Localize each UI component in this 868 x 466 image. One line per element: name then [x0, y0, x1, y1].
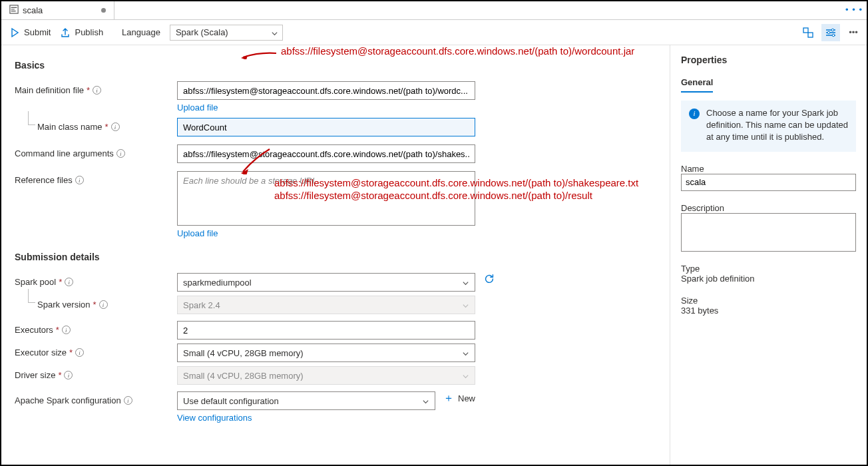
- main-class-name-label: Main class name * i: [15, 118, 177, 132]
- info-icon[interactable]: i: [116, 149, 125, 158]
- tab-label: scala: [23, 5, 43, 15]
- executors-label: Executors * i: [15, 321, 177, 335]
- new-config-button[interactable]: ＋New: [443, 391, 475, 405]
- refresh-button[interactable]: [483, 273, 495, 287]
- chevron-down-icon: [422, 397, 429, 407]
- annotation-1: abfss://filesystem@storageaccount.dfs.co…: [281, 45, 634, 57]
- spark-job-icon: [9, 5, 19, 16]
- info-box: i Choose a name for your Spark job defin…: [681, 101, 856, 152]
- view-configurations-link[interactable]: View configurations: [177, 413, 252, 423]
- name-input[interactable]: [681, 174, 856, 191]
- section-basics: Basics: [15, 60, 656, 71]
- executor-size-select[interactable]: Small (4 vCPU, 28GB memory): [177, 344, 475, 362]
- cli-arguments-input[interactable]: [177, 144, 475, 163]
- size-label: Size: [681, 296, 856, 306]
- properties-toggle-button[interactable]: [821, 24, 840, 41]
- language-label: Language: [122, 27, 160, 37]
- driver-size-label: Driver size * i: [15, 366, 177, 380]
- spark-config-select[interactable]: Use default configuration: [177, 391, 435, 410]
- toolbar: Submit Publish Language Spark (Scala) ••…: [1, 20, 867, 45]
- main-definition-file-label: Main definition file * i: [15, 81, 177, 95]
- reference-files-input[interactable]: Each line should be a storage URI.: [177, 171, 475, 226]
- info-icon[interactable]: i: [65, 278, 73, 286]
- reference-files-label: Reference files i: [15, 171, 177, 185]
- type-value: Spark job definition: [681, 274, 856, 284]
- spark-version-select: Spark 2.4: [177, 296, 475, 314]
- svg-rect-2: [808, 33, 813, 37]
- upload-file-link-2[interactable]: Upload file: [177, 228, 218, 238]
- info-icon[interactable]: i: [93, 86, 101, 95]
- more-icon[interactable]: • • •: [845, 5, 863, 15]
- properties-pane: Properties General i Choose a name for y…: [670, 45, 867, 465]
- description-input[interactable]: [681, 213, 856, 252]
- chevron-down-icon: [271, 29, 278, 39]
- upload-file-link[interactable]: Upload file: [177, 103, 218, 113]
- info-icon[interactable]: i: [75, 176, 84, 184]
- properties-title: Properties: [681, 55, 856, 65]
- settings-icon: [825, 27, 837, 39]
- executor-size-label: Executor size * i: [15, 344, 177, 357]
- info-icon[interactable]: i: [64, 371, 73, 379]
- info-icon[interactable]: i: [62, 326, 71, 334]
- main-class-name-input[interactable]: [177, 118, 475, 136]
- size-value: 331 bytes: [681, 306, 856, 316]
- more-actions-button[interactable]: •••: [844, 24, 863, 41]
- svg-rect-1: [803, 28, 808, 33]
- name-label: Name: [681, 164, 856, 174]
- tab-general[interactable]: General: [681, 73, 713, 93]
- svg-point-5: [832, 34, 835, 37]
- spark-pool-label: Spark pool * i: [15, 273, 177, 287]
- unsaved-dot-icon: [101, 8, 106, 13]
- chevron-down-icon: [462, 279, 469, 289]
- section-submission: Submission details: [15, 252, 656, 262]
- svg-point-4: [827, 31, 830, 34]
- main-definition-file-input[interactable]: [177, 81, 475, 100]
- plus-icon: ＋: [443, 391, 454, 405]
- driver-size-select: Small (4 vCPU, 28GB memory): [177, 366, 475, 385]
- info-icon[interactable]: i: [124, 396, 132, 405]
- executors-input[interactable]: [177, 321, 475, 340]
- publish-icon: [60, 27, 71, 38]
- publish-button[interactable]: Publish: [60, 27, 103, 38]
- info-icon[interactable]: i: [99, 300, 108, 309]
- chevron-down-icon: [462, 372, 469, 382]
- info-icon[interactable]: i: [75, 348, 84, 357]
- spark-pool-select[interactable]: sparkmediumpool: [177, 273, 475, 292]
- chevron-down-icon: [462, 350, 469, 359]
- tab-bar: scala • • •: [1, 1, 867, 20]
- info-icon: i: [689, 109, 700, 119]
- play-icon: [9, 27, 20, 38]
- svg-point-3: [831, 29, 834, 31]
- spark-version-label: Spark version * i: [15, 296, 177, 310]
- submit-button[interactable]: Submit: [9, 27, 51, 38]
- spark-config-label: Apache Spark configuration i: [15, 391, 177, 405]
- cli-arguments-label: Command line arguments i: [15, 144, 177, 158]
- related-button[interactable]: [799, 24, 817, 41]
- language-select[interactable]: Spark (Scala): [170, 25, 283, 41]
- chevron-down-icon: [462, 302, 469, 312]
- tab-scala[interactable]: scala: [1, 1, 114, 19]
- type-label: Type: [681, 264, 856, 274]
- info-icon[interactable]: i: [111, 122, 120, 131]
- related-icon: [802, 27, 814, 39]
- description-label: Description: [681, 203, 856, 213]
